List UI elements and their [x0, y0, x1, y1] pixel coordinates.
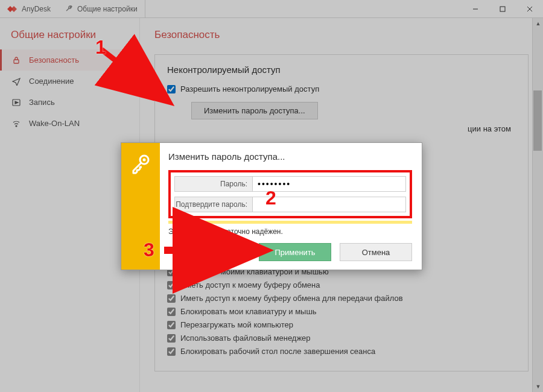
close-button[interactable] — [516, 0, 543, 17]
password-label: Пароль: — [174, 176, 253, 192]
apply-button[interactable]: Применить — [259, 243, 331, 261]
key-icon — [130, 153, 151, 176]
svg-point-11 — [143, 159, 146, 162]
scroll-up-arrow-icon[interactable]: ▲ — [533, 18, 543, 29]
section-title: Неконтролируемый доступ — [167, 65, 516, 75]
permission-checkbox[interactable] — [167, 308, 176, 316]
minimize-button[interactable] — [462, 0, 489, 17]
permission-item: Использовать файловый менеджер — [167, 334, 516, 343]
wifi-icon — [11, 119, 22, 128]
svg-rect-3 — [500, 7, 505, 11]
password-strength-bar — [168, 221, 412, 224]
title-bar: AnyDesk Общие настройки — [0, 0, 543, 18]
confirm-password-label: Подтвердите пароль: — [174, 197, 253, 212]
vertical-scrollbar[interactable]: ▲ ▼ — [532, 18, 543, 392]
sidebar-heading: Общие настройки — [0, 29, 139, 49]
permission-item: Блокировать мои клавиатуру и мышь — [167, 307, 516, 316]
permission-label: Блокировать рабочий стол после завершени… — [180, 347, 375, 356]
sidebar-item-recording[interactable]: Запись — [0, 92, 139, 113]
permission-checkbox[interactable] — [167, 334, 176, 343]
settings-tab-label: Общие настройки — [77, 5, 138, 13]
send-icon — [11, 77, 22, 86]
scroll-down-arrow-icon[interactable]: ▼ — [533, 381, 543, 392]
sidebar: Общие настройки Безопасность Соединение … — [0, 18, 140, 392]
permission-checkbox[interactable] — [167, 281, 176, 289]
app-tab[interactable]: AnyDesk — [0, 0, 58, 17]
permission-item: Перезагружать мой компьютер — [167, 320, 516, 329]
cancel-button[interactable]: Отмена — [340, 243, 412, 261]
anydesk-logo-icon — [7, 5, 18, 13]
permission-label: Иметь доступ к моему буферу обмена — [180, 280, 320, 289]
allow-unattended-checkbox[interactable] — [167, 85, 176, 93]
settings-tab[interactable]: Общие настройки — [58, 0, 145, 17]
permission-item: Блокировать рабочий стол после завершени… — [167, 347, 516, 356]
sidebar-item-label: Соединение — [29, 77, 74, 86]
password-fields-highlight: Пароль: Подтвердите пароль: — [168, 170, 412, 218]
permission-item: Иметь доступ к моему буферу обмена для п… — [167, 294, 516, 303]
maximize-button[interactable] — [489, 0, 516, 17]
sidebar-item-wol[interactable]: Wake-On-LAN — [0, 113, 139, 134]
svg-marker-8 — [15, 101, 18, 104]
play-box-icon — [11, 98, 22, 107]
svg-marker-1 — [11, 6, 17, 12]
permission-checkbox[interactable] — [167, 321, 176, 329]
change-password-dialog: Изменить пароль доступа... Пароль: Подтв… — [121, 142, 422, 270]
confirm-password-input[interactable] — [253, 197, 406, 212]
dialog-title: Изменить пароль доступа... — [168, 151, 412, 162]
permission-label: Перезагружать мой компьютер — [180, 320, 293, 329]
sidebar-item-label: Запись — [29, 98, 55, 107]
page-title: Безопасность — [154, 29, 529, 41]
permission-item: Иметь доступ к моему буферу обмена — [167, 280, 516, 289]
dialog-icon-column — [121, 143, 160, 270]
window-controls — [462, 0, 543, 17]
permission-label: Блокировать мои клавиатуру и мышь — [180, 307, 317, 316]
permission-checkbox[interactable] — [167, 347, 176, 356]
truncated-hint: ции на этом — [167, 124, 516, 133]
scroll-thumb[interactable] — [533, 90, 542, 151]
change-password-button[interactable]: Изменить пароль доступа... — [191, 102, 318, 119]
sidebar-item-security[interactable]: Безопасность — [0, 49, 139, 71]
lock-icon — [11, 56, 22, 65]
allow-unattended-label: Разрешить неконтролируемый доступ — [180, 84, 319, 93]
password-input[interactable] — [253, 176, 406, 192]
permission-checkbox[interactable] — [167, 294, 176, 303]
sidebar-item-label: Безопасность — [29, 55, 79, 65]
password-strength-text: Этот пароль достаточно надёжен. — [168, 227, 412, 236]
wrench-icon — [65, 4, 74, 14]
app-name: AnyDesk — [22, 5, 51, 13]
permission-label: Иметь доступ к моему буферу обмена для п… — [180, 294, 403, 303]
permission-label: Использовать файловый менеджер — [180, 334, 311, 343]
sidebar-item-label: Wake-On-LAN — [29, 119, 80, 128]
sidebar-item-connection[interactable]: Соединение — [0, 71, 139, 92]
svg-rect-6 — [14, 60, 19, 63]
svg-point-9 — [16, 125, 17, 127]
